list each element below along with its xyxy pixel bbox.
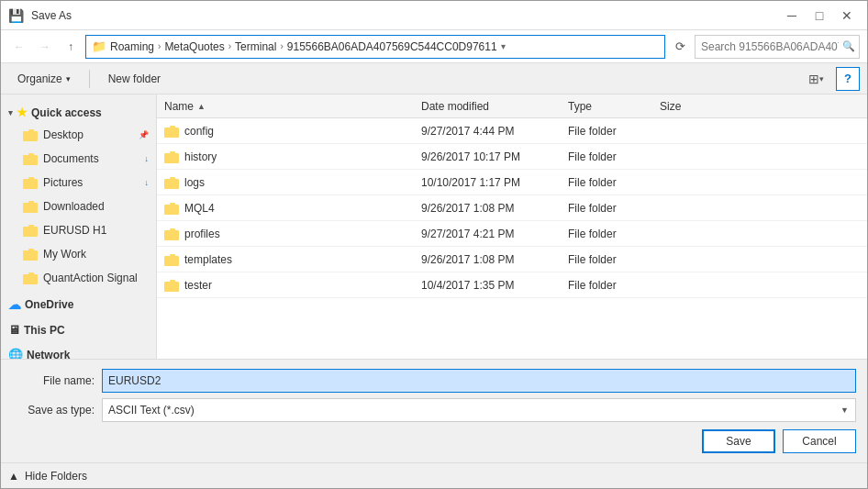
breadcrumb-roaming: Roaming ›: [110, 40, 161, 53]
file-list-header: Name ▲ Date modified Type Size: [157, 94, 867, 118]
file-date-mql4: 9/26/2017 1:08 PM: [421, 202, 568, 215]
sidebar-quick-access-header[interactable]: ▾ ★ Quick access: [1, 102, 156, 123]
svg-rect-10: [28, 225, 34, 228]
svg-rect-20: [170, 177, 175, 180]
file-type-mql4: File folder: [568, 202, 660, 215]
window-title: Save As: [31, 9, 72, 22]
button-row: Save Cancel: [12, 429, 856, 453]
downloaded-folder-icon: [23, 199, 38, 214]
svg-rect-22: [170, 203, 175, 206]
search-icon: 🔍: [842, 40, 855, 52]
forward-button[interactable]: →: [34, 36, 56, 58]
breadcrumb-id: 915566BA06ADA407569C544CC0D97611 ▾: [287, 40, 506, 53]
savetype-row: Save as type: ASCII Text (*.csv): [12, 398, 856, 422]
svg-rect-6: [28, 177, 34, 180]
refresh-button[interactable]: ⟳: [669, 36, 691, 58]
toolbar: Organize ▾ New folder ⊞ ▾ ?: [1, 63, 867, 94]
table-row[interactable]: config 9/27/2017 4:44 PM File folder: [157, 118, 867, 144]
chevron-down-icon: ▾: [8, 108, 13, 117]
hide-folders-arrow-icon: ▲: [8, 470, 19, 483]
file-name-tester: tester: [164, 279, 421, 292]
hide-folders-label: Hide Folders: [25, 470, 87, 483]
breadcrumb-icon: 📁: [92, 39, 106, 53]
save-as-dialog: 💾 Save As ─ □ ✕ ← → ↑ 📁 Roaming › MetaQu…: [0, 0, 868, 489]
svg-rect-26: [170, 254, 175, 257]
sidebar-onedrive[interactable]: ☁ OneDrive: [1, 294, 156, 316]
filename-label: File name:: [12, 374, 95, 387]
table-row[interactable]: templates 9/26/2017 1:08 PM File folder: [157, 247, 867, 272]
pin-icon-docs: ↓: [145, 154, 150, 163]
sidebar-network[interactable]: 🌐 Network: [1, 344, 156, 359]
svg-rect-3: [23, 155, 38, 165]
view-grid-icon: ⊞: [808, 72, 819, 86]
svg-rect-16: [170, 126, 175, 128]
quick-access-star-icon: ★: [17, 106, 28, 119]
file-name-profiles: profiles: [164, 228, 421, 240]
eurusd-folder-icon: [23, 223, 38, 238]
table-row[interactable]: tester 10/4/2017 1:35 PM File folder: [157, 272, 867, 298]
svg-rect-28: [170, 280, 175, 283]
maximize-button[interactable]: □: [807, 5, 832, 27]
mywork-folder-icon: [23, 247, 38, 261]
cancel-button[interactable]: Cancel: [783, 429, 856, 453]
folder-icon: [164, 125, 179, 138]
sidebar-item-desktop[interactable]: Desktop 📌: [1, 123, 156, 147]
column-type[interactable]: Type: [568, 100, 660, 113]
hide-folders-bar[interactable]: ▲ Hide Folders: [1, 462, 867, 488]
svg-rect-13: [23, 274, 38, 284]
view-button[interactable]: ⊞ ▾: [803, 67, 829, 91]
help-button[interactable]: ?: [836, 67, 860, 91]
svg-rect-25: [164, 256, 179, 266]
new-folder-button[interactable]: New folder: [99, 67, 170, 91]
file-date-profiles: 9/27/2017 4:21 PM: [421, 228, 568, 240]
folder-icon: [164, 228, 179, 240]
svg-rect-12: [28, 249, 34, 251]
bottom-bar: File name: Save as type: ASCII Text (*.c…: [1, 359, 867, 462]
sidebar-item-pictures[interactable]: Pictures ↓: [1, 171, 156, 194]
back-button[interactable]: ←: [8, 36, 30, 58]
svg-rect-14: [28, 272, 34, 275]
breadcrumb[interactable]: 📁 Roaming › MetaQuotes › Terminal › 9155…: [85, 35, 665, 59]
organize-arrow-icon: ▾: [66, 74, 71, 83]
svg-rect-11: [23, 250, 38, 261]
folder-icon: [164, 202, 179, 215]
title-controls: ─ □ ✕: [779, 5, 860, 27]
breadcrumb-metaquotes: MetaQuotes ›: [164, 40, 231, 53]
save-button[interactable]: Save: [702, 429, 775, 453]
desktop-folder-icon: [23, 128, 38, 142]
table-row[interactable]: MQL4 9/26/2017 1:08 PM File folder: [157, 195, 867, 221]
svg-rect-2: [28, 129, 34, 132]
svg-rect-21: [164, 205, 179, 215]
sidebar-item-quantaction[interactable]: QuantAction Signal: [1, 266, 156, 290]
search-input[interactable]: [701, 40, 839, 53]
file-date-templates: 9/26/2017 1:08 PM: [421, 253, 568, 266]
folder-icon: [164, 253, 179, 266]
organize-button[interactable]: Organize ▾: [8, 67, 80, 91]
sidebar: ▾ ★ Quick access Desktop 📌 Documents ↓: [1, 94, 157, 359]
table-row[interactable]: profiles 9/27/2017 4:21 PM File folder: [157, 221, 867, 247]
svg-rect-19: [164, 179, 179, 189]
sidebar-thispc[interactable]: 🖥 This PC: [1, 319, 156, 340]
file-name-config: config: [164, 125, 421, 138]
column-name[interactable]: Name ▲: [164, 100, 421, 113]
close-button[interactable]: ✕: [834, 5, 860, 27]
savetype-select[interactable]: ASCII Text (*.csv): [102, 398, 856, 422]
sidebar-item-mywork[interactable]: My Work: [1, 242, 156, 266]
sidebar-item-eurusd[interactable]: EURUSD H1: [1, 218, 156, 242]
svg-rect-27: [164, 282, 179, 292]
documents-folder-icon: [23, 151, 38, 166]
minimize-button[interactable]: ─: [779, 5, 805, 27]
column-date[interactable]: Date modified: [421, 100, 568, 113]
sidebar-item-downloaded[interactable]: Downloaded: [1, 194, 156, 218]
table-row[interactable]: history 9/26/2017 10:17 PM File folder: [157, 144, 867, 170]
sort-arrow-icon: ▲: [197, 102, 206, 111]
column-size[interactable]: Size: [660, 100, 733, 113]
file-date-config: 9/27/2017 4:44 PM: [421, 125, 568, 138]
onedrive-cloud-icon: ☁: [8, 297, 21, 312]
filename-input[interactable]: [102, 369, 856, 393]
pictures-folder-icon: [23, 175, 38, 190]
sidebar-item-documents[interactable]: Documents ↓: [1, 147, 156, 171]
up-button[interactable]: ↑: [60, 36, 82, 58]
filename-row: File name:: [12, 369, 856, 393]
table-row[interactable]: logs 10/10/2017 1:17 PM File folder: [157, 170, 867, 195]
